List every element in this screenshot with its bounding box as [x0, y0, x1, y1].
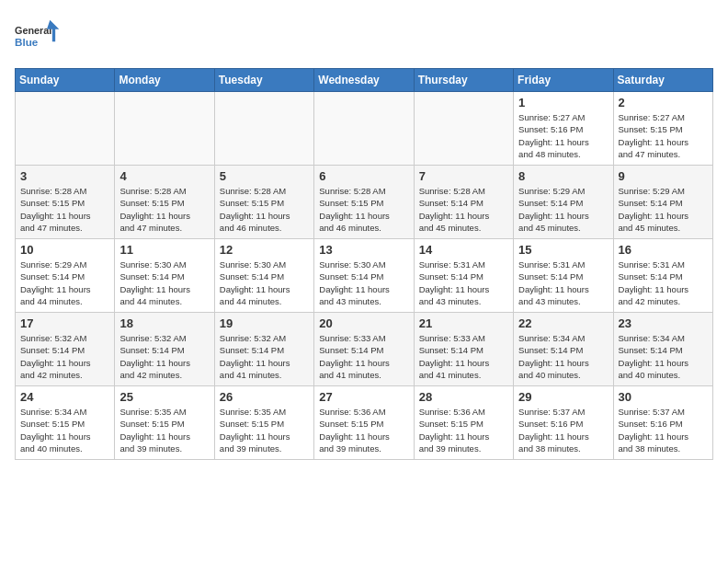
calendar-cell: 4Sunrise: 5:28 AM Sunset: 5:15 PM Daylig…	[115, 166, 214, 239]
day-number: 29	[518, 390, 608, 404]
day-number: 12	[220, 243, 309, 257]
day-number: 22	[518, 316, 608, 330]
calendar-header: SundayMondayTuesdayWednesdayThursdayFrid…	[16, 69, 713, 92]
cell-info: Sunrise: 5:28 AM Sunset: 5:15 PM Dayligh…	[20, 185, 109, 234]
day-number: 2	[619, 96, 708, 109]
day-number: 1	[518, 96, 608, 109]
day-number: 17	[20, 316, 109, 330]
calendar-cell	[214, 92, 313, 166]
calendar-cell: 5Sunrise: 5:28 AM Sunset: 5:15 PM Daylig…	[214, 166, 313, 239]
calendar-cell: 30Sunrise: 5:37 AM Sunset: 5:16 PM Dayli…	[613, 386, 712, 460]
cell-info: Sunrise: 5:29 AM Sunset: 5:14 PM Dayligh…	[20, 259, 109, 307]
cell-info: Sunrise: 5:33 AM Sunset: 5:14 PM Dayligh…	[319, 332, 408, 381]
cell-info: Sunrise: 5:27 AM Sunset: 5:16 PM Dayligh…	[518, 111, 608, 160]
cell-info: Sunrise: 5:32 AM Sunset: 5:14 PM Dayligh…	[220, 332, 309, 381]
day-number: 28	[419, 390, 508, 404]
weekday-header-saturday: Saturday	[613, 69, 712, 92]
week-row-4: 17Sunrise: 5:32 AM Sunset: 5:14 PM Dayli…	[16, 313, 713, 386]
week-row-3: 10Sunrise: 5:29 AM Sunset: 5:14 PM Dayli…	[16, 239, 713, 313]
calendar-cell	[414, 92, 513, 166]
calendar-cell	[115, 92, 214, 166]
cell-info: Sunrise: 5:28 AM Sunset: 5:15 PM Dayligh…	[119, 185, 209, 234]
cell-info: Sunrise: 5:28 AM Sunset: 5:15 PM Dayligh…	[220, 185, 309, 234]
calendar-cell: 20Sunrise: 5:33 AM Sunset: 5:14 PM Dayli…	[314, 313, 414, 386]
cell-info: Sunrise: 5:30 AM Sunset: 5:14 PM Dayligh…	[220, 259, 309, 307]
calendar-cell: 7Sunrise: 5:28 AM Sunset: 5:14 PM Daylig…	[414, 166, 513, 239]
calendar-cell: 9Sunrise: 5:29 AM Sunset: 5:14 PM Daylig…	[613, 166, 712, 239]
day-number: 20	[319, 316, 408, 330]
calendar-cell: 19Sunrise: 5:32 AM Sunset: 5:14 PM Dayli…	[214, 313, 313, 386]
calendar-cell: 11Sunrise: 5:30 AM Sunset: 5:14 PM Dayli…	[115, 239, 214, 313]
calendar-body: 1Sunrise: 5:27 AM Sunset: 5:16 PM Daylig…	[16, 92, 713, 460]
cell-info: Sunrise: 5:28 AM Sunset: 5:15 PM Dayligh…	[319, 185, 408, 234]
day-number: 24	[20, 390, 109, 404]
weekday-header-monday: Monday	[115, 69, 214, 92]
cell-info: Sunrise: 5:36 AM Sunset: 5:15 PM Dayligh…	[419, 406, 508, 454]
calendar-cell	[314, 92, 414, 166]
cell-info: Sunrise: 5:28 AM Sunset: 5:14 PM Dayligh…	[419, 185, 508, 234]
weekday-header-tuesday: Tuesday	[214, 69, 313, 92]
cell-info: Sunrise: 5:29 AM Sunset: 5:14 PM Dayligh…	[518, 185, 608, 234]
cell-info: Sunrise: 5:31 AM Sunset: 5:14 PM Dayligh…	[518, 259, 608, 307]
weekday-header-sunday: Sunday	[16, 69, 115, 92]
cell-info: Sunrise: 5:30 AM Sunset: 5:14 PM Dayligh…	[319, 259, 408, 307]
calendar-cell: 23Sunrise: 5:34 AM Sunset: 5:14 PM Dayli…	[613, 313, 712, 386]
calendar-cell: 6Sunrise: 5:28 AM Sunset: 5:15 PM Daylig…	[314, 166, 414, 239]
cell-info: Sunrise: 5:35 AM Sunset: 5:15 PM Dayligh…	[119, 406, 209, 454]
weekday-header-wednesday: Wednesday	[314, 69, 414, 92]
calendar-cell: 25Sunrise: 5:35 AM Sunset: 5:15 PM Dayli…	[115, 386, 214, 460]
calendar-cell: 12Sunrise: 5:30 AM Sunset: 5:14 PM Dayli…	[214, 239, 313, 313]
calendar-cell: 3Sunrise: 5:28 AM Sunset: 5:15 PM Daylig…	[16, 166, 115, 239]
cell-info: Sunrise: 5:29 AM Sunset: 5:14 PM Dayligh…	[619, 185, 708, 234]
day-number: 25	[119, 390, 209, 404]
day-number: 23	[619, 316, 708, 330]
calendar-cell	[16, 92, 115, 166]
calendar-cell: 2Sunrise: 5:27 AM Sunset: 5:15 PM Daylig…	[613, 92, 712, 166]
weekday-header-friday: Friday	[514, 69, 613, 92]
logo: General Blue	[15, 15, 61, 61]
day-number: 4	[119, 169, 209, 183]
cell-info: Sunrise: 5:34 AM Sunset: 5:14 PM Dayligh…	[619, 332, 708, 381]
day-number: 6	[319, 169, 408, 183]
day-number: 13	[319, 243, 408, 257]
calendar-table: SundayMondayTuesdayWednesdayThursdayFrid…	[15, 68, 713, 460]
svg-text:General: General	[15, 25, 51, 36]
cell-info: Sunrise: 5:27 AM Sunset: 5:15 PM Dayligh…	[619, 111, 708, 160]
cell-info: Sunrise: 5:37 AM Sunset: 5:16 PM Dayligh…	[619, 406, 708, 454]
weekday-row: SundayMondayTuesdayWednesdayThursdayFrid…	[16, 69, 713, 92]
day-number: 30	[619, 390, 708, 404]
calendar-cell: 8Sunrise: 5:29 AM Sunset: 5:14 PM Daylig…	[514, 166, 613, 239]
day-number: 19	[220, 316, 309, 330]
cell-info: Sunrise: 5:34 AM Sunset: 5:14 PM Dayligh…	[518, 332, 608, 381]
day-number: 7	[419, 169, 508, 183]
week-row-5: 24Sunrise: 5:34 AM Sunset: 5:15 PM Dayli…	[16, 386, 713, 460]
cell-info: Sunrise: 5:32 AM Sunset: 5:14 PM Dayligh…	[119, 332, 209, 381]
calendar-cell: 28Sunrise: 5:36 AM Sunset: 5:15 PM Dayli…	[414, 386, 513, 460]
day-number: 26	[220, 390, 309, 404]
svg-text:Blue: Blue	[15, 36, 39, 48]
calendar-cell: 29Sunrise: 5:37 AM Sunset: 5:16 PM Dayli…	[514, 386, 613, 460]
cell-info: Sunrise: 5:31 AM Sunset: 5:14 PM Dayligh…	[419, 259, 508, 307]
cell-info: Sunrise: 5:34 AM Sunset: 5:15 PM Dayligh…	[20, 406, 109, 454]
page-header: General Blue	[15, 15, 713, 61]
day-number: 15	[518, 243, 608, 257]
cell-info: Sunrise: 5:37 AM Sunset: 5:16 PM Dayligh…	[518, 406, 608, 454]
calendar-cell: 27Sunrise: 5:36 AM Sunset: 5:15 PM Dayli…	[314, 386, 414, 460]
day-number: 27	[319, 390, 408, 404]
day-number: 5	[220, 169, 309, 183]
day-number: 9	[619, 169, 708, 183]
calendar-cell: 10Sunrise: 5:29 AM Sunset: 5:14 PM Dayli…	[16, 239, 115, 313]
cell-info: Sunrise: 5:30 AM Sunset: 5:14 PM Dayligh…	[119, 259, 209, 307]
calendar-cell: 22Sunrise: 5:34 AM Sunset: 5:14 PM Dayli…	[514, 313, 613, 386]
week-row-1: 1Sunrise: 5:27 AM Sunset: 5:16 PM Daylig…	[16, 92, 713, 166]
day-number: 10	[20, 243, 109, 257]
calendar-cell: 13Sunrise: 5:30 AM Sunset: 5:14 PM Dayli…	[314, 239, 414, 313]
cell-info: Sunrise: 5:31 AM Sunset: 5:14 PM Dayligh…	[619, 259, 708, 307]
calendar-cell: 1Sunrise: 5:27 AM Sunset: 5:16 PM Daylig…	[514, 92, 613, 166]
day-number: 18	[119, 316, 209, 330]
cell-info: Sunrise: 5:35 AM Sunset: 5:15 PM Dayligh…	[220, 406, 309, 454]
calendar-cell: 24Sunrise: 5:34 AM Sunset: 5:15 PM Dayli…	[16, 386, 115, 460]
week-row-2: 3Sunrise: 5:28 AM Sunset: 5:15 PM Daylig…	[16, 166, 713, 239]
logo-svg: General Blue	[15, 15, 61, 61]
calendar-cell: 15Sunrise: 5:31 AM Sunset: 5:14 PM Dayli…	[514, 239, 613, 313]
